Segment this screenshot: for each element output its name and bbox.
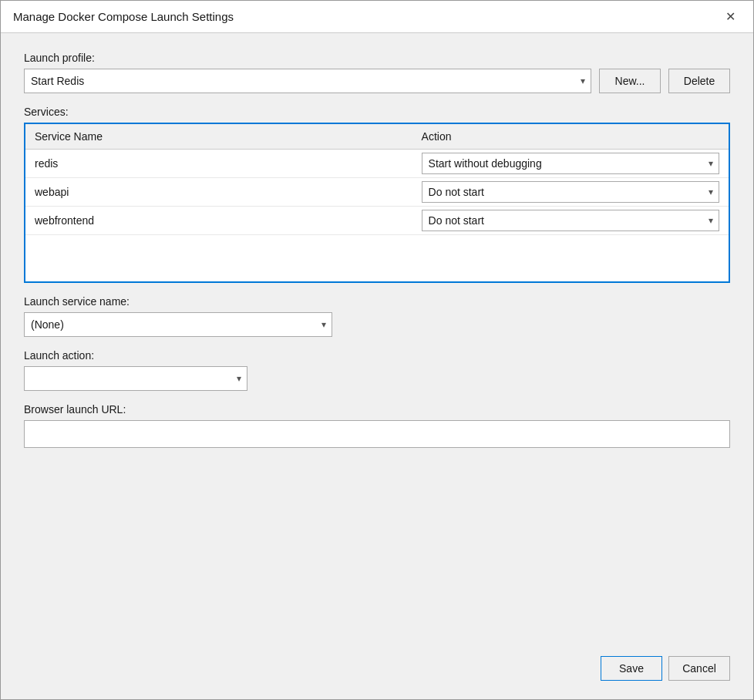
profile-select-wrap: Start Redis: [24, 69, 591, 93]
action-cell: Start without debuggingStart with debugg…: [412, 207, 729, 235]
launch-action-select-wrapper: [24, 366, 247, 391]
save-button[interactable]: Save: [601, 656, 662, 681]
delete-button[interactable]: Delete: [668, 69, 730, 93]
new-button[interactable]: New...: [599, 69, 661, 93]
services-table: Service Name Action redisStart without d…: [25, 124, 729, 281]
browser-launch-url-section: Browser launch URL:: [24, 403, 730, 448]
services-section: Services: Service Name Action redisStart…: [24, 106, 730, 283]
action-select-wrapper: Start without debuggingStart with debugg…: [422, 153, 719, 174]
service-name-cell: webapi: [25, 178, 412, 207]
dialog: Manage Docker Compose Launch Settings ✕ …: [0, 0, 754, 700]
table-row: webapiStart without debuggingStart with …: [25, 178, 729, 207]
footer-buttons: Save Cancel: [1, 644, 753, 699]
table-row: redisStart without debuggingStart with d…: [25, 150, 729, 178]
table-empty-row: [25, 235, 729, 281]
browser-launch-url-label: Browser launch URL:: [24, 403, 730, 416]
services-label: Services:: [24, 106, 730, 118]
launch-service-name-section: Launch service name: (None): [24, 295, 730, 337]
launch-service-name-select[interactable]: (None): [24, 312, 332, 337]
action-cell: Start without debuggingStart with debugg…: [412, 178, 729, 207]
action-select[interactable]: Start without debuggingStart with debugg…: [422, 153, 719, 174]
cancel-button[interactable]: Cancel: [668, 656, 730, 681]
launch-action-label: Launch action:: [24, 349, 730, 362]
table-row: webfrontendStart without debuggingStart …: [25, 207, 729, 235]
service-name-cell: redis: [25, 150, 412, 178]
launch-profile-select[interactable]: Start Redis: [24, 69, 591, 93]
services-table-wrap: Service Name Action redisStart without d…: [24, 123, 730, 283]
dialog-title: Manage Docker Compose Launch Settings: [13, 10, 234, 23]
launch-profile-section: Launch profile: Start Redis New... Delet…: [24, 52, 730, 93]
profile-row: Start Redis New... Delete: [24, 69, 730, 93]
action-select-wrapper: Start without debuggingStart with debugg…: [422, 210, 719, 231]
browser-launch-url-input[interactable]: [24, 420, 730, 448]
action-select[interactable]: Start without debuggingStart with debugg…: [422, 181, 719, 203]
launch-profile-label: Launch profile:: [24, 52, 730, 64]
action-select[interactable]: Start without debuggingStart with debugg…: [422, 210, 719, 231]
launch-action-section: Launch action:: [24, 349, 730, 391]
service-name-header: Service Name: [25, 124, 412, 150]
service-name-cell: webfrontend: [25, 207, 412, 235]
action-cell: Start without debuggingStart with debugg…: [412, 150, 729, 178]
table-header-row: Service Name Action: [25, 124, 729, 150]
launch-service-name-label: Launch service name:: [24, 295, 730, 308]
action-header: Action: [412, 124, 729, 150]
action-select-wrapper: Start without debuggingStart with debugg…: [422, 181, 719, 203]
dialog-content: Launch profile: Start Redis New... Delet…: [1, 33, 753, 644]
close-button[interactable]: ✕: [719, 6, 741, 28]
launch-action-select[interactable]: [24, 366, 247, 391]
profile-select-wrapper: Start Redis: [24, 69, 591, 93]
title-bar: Manage Docker Compose Launch Settings ✕: [1, 1, 753, 33]
launch-service-select-wrapper: (None): [24, 312, 332, 337]
